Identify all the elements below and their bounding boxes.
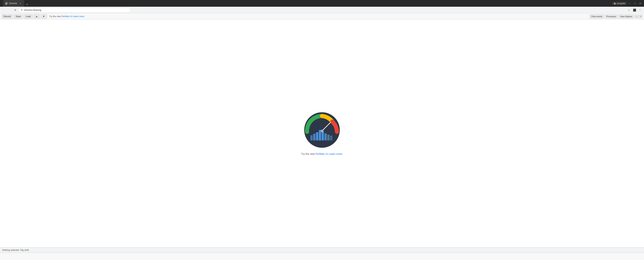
bottom-area bbox=[0, 253, 644, 260]
up-button[interactable]: ▲ bbox=[34, 14, 40, 19]
status-message: Nothing selected. Tap stuff. bbox=[2, 249, 29, 252]
record-button[interactable]: Record bbox=[2, 14, 13, 19]
extensions-icon: ⬛ bbox=[633, 8, 636, 11]
zoom-in-button[interactable]: + bbox=[639, 14, 642, 18]
main-content: Try the new Perfetto UI Learn more. bbox=[0, 19, 644, 247]
incognito-icon: 🕵 bbox=[614, 2, 616, 5]
perfetto-notice: Try the new Perfetto UI Learn more bbox=[49, 15, 84, 18]
tab-bar: Chrome ✕ + bbox=[2, 0, 31, 7]
learn-more-link[interactable]: Learn more bbox=[73, 15, 84, 18]
status-bar: Nothing selected. Tap stuff. bbox=[0, 247, 644, 253]
zoom-control: − + bbox=[635, 14, 642, 18]
svg-rect-4 bbox=[319, 130, 321, 140]
new-tab-button[interactable]: + bbox=[25, 2, 30, 7]
zoom-out-button[interactable]: − bbox=[635, 14, 638, 18]
menu-button[interactable]: ⋮ bbox=[638, 8, 642, 12]
load-button[interactable]: Load bbox=[24, 14, 33, 19]
svg-rect-6 bbox=[324, 133, 327, 140]
close-window-button[interactable]: ✕ bbox=[638, 1, 642, 5]
view-options-button[interactable]: View Options bbox=[618, 14, 634, 18]
speedometer-svg bbox=[303, 111, 341, 149]
processes-button[interactable]: Processes bbox=[605, 14, 618, 18]
tracing-toolbar: Record Save Load ▲ ▼ Try the new Perfett… bbox=[0, 13, 644, 19]
perfetto-ui-link-main[interactable]: Perfetto UI bbox=[316, 152, 328, 155]
notice-prefix-text: Try the new bbox=[49, 15, 62, 18]
bookmark-button[interactable]: ☆ bbox=[626, 8, 631, 12]
learn-more-link-main[interactable]: Learn more bbox=[329, 152, 342, 155]
browser-titlebar: Chrome ✕ + 🕵 Incognito ─ □ ✕ bbox=[0, 0, 644, 7]
active-tab[interactable]: Chrome ✕ bbox=[3, 0, 24, 7]
svg-rect-7 bbox=[327, 135, 330, 140]
down-button[interactable]: ▼ bbox=[40, 14, 47, 19]
notice-prefix-main: Try the new bbox=[301, 152, 316, 155]
svg-rect-8 bbox=[330, 135, 332, 140]
svg-rect-2 bbox=[313, 134, 316, 140]
forward-button[interactable]: → bbox=[7, 8, 12, 12]
toolbar-right-controls: ☆ ⬛ ⋮ bbox=[626, 8, 642, 12]
window-controls: 🕵 Incognito ─ □ ✕ bbox=[612, 1, 642, 5]
svg-rect-3 bbox=[316, 132, 318, 140]
perfetto-ui-link[interactable]: Perfetto UI bbox=[62, 15, 72, 18]
incognito-label: Incognito bbox=[617, 2, 625, 4]
address-url: chrome://tracing bbox=[24, 8, 41, 11]
svg-rect-1 bbox=[310, 135, 313, 140]
reload-icon: ↺ bbox=[14, 8, 16, 11]
notice-suffix: . bbox=[342, 152, 343, 155]
speedometer-logo bbox=[303, 111, 341, 149]
maximize-button[interactable]: □ bbox=[633, 1, 637, 5]
toolbar-right: Flow events Processes View Options − + bbox=[590, 14, 642, 18]
star-icon: ☆ bbox=[628, 8, 630, 11]
reload-button[interactable]: ↺ bbox=[13, 8, 18, 12]
address-chrome-icon: ⚙ bbox=[21, 9, 23, 11]
logo-container: Try the new Perfetto UI Learn more. bbox=[301, 111, 343, 155]
tab-favicon bbox=[5, 2, 8, 5]
extensions-button[interactable]: ⬛ bbox=[632, 8, 637, 12]
tab-close-button[interactable]: ✕ bbox=[19, 2, 22, 5]
incognito-indicator: 🕵 Incognito bbox=[612, 2, 627, 5]
save-button[interactable]: Save bbox=[14, 14, 23, 19]
svg-point-11 bbox=[322, 130, 322, 131]
menu-icon: ⋮ bbox=[639, 8, 642, 11]
back-button[interactable]: ← bbox=[2, 8, 6, 12]
flow-events-button[interactable]: Flow events bbox=[590, 14, 604, 18]
perfetto-notice-main: Try the new Perfetto UI Learn more. bbox=[301, 152, 343, 155]
forward-icon: → bbox=[8, 8, 11, 11]
svg-rect-5 bbox=[322, 131, 324, 140]
tab-title: Chrome bbox=[9, 2, 17, 5]
address-bar-row: ← → ↺ ⚙ chrome://tracing ☆ ⬛ ⋮ bbox=[0, 7, 644, 13]
minimize-button[interactable]: ─ bbox=[628, 1, 632, 5]
back-icon: ← bbox=[2, 8, 5, 11]
address-bar[interactable]: ⚙ chrome://tracing bbox=[18, 8, 131, 12]
